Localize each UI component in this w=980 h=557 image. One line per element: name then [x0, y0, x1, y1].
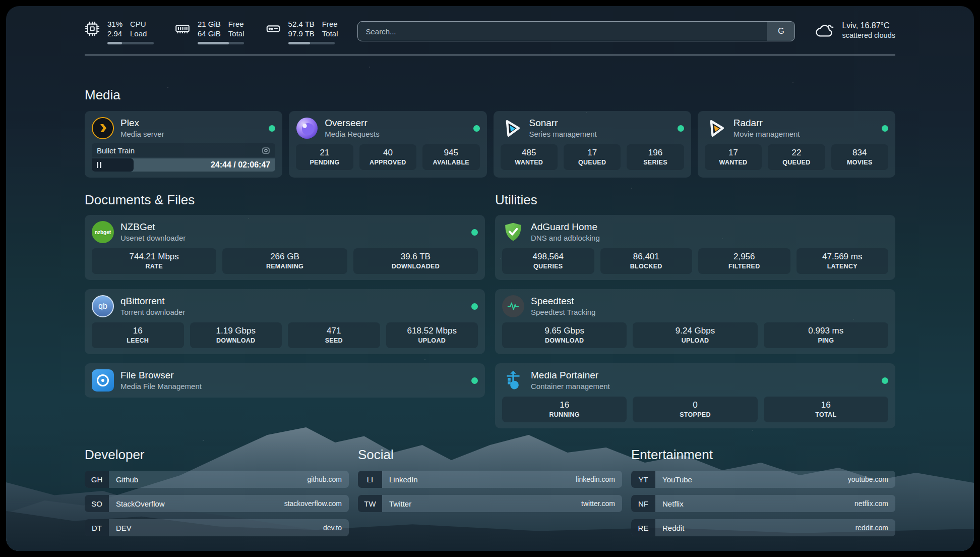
service-card-filebrowser[interactable]: File Browser Media File Management — [85, 363, 485, 398]
service-card-adguard[interactable]: AdGuard Home DNS and adblocking 498,564Q… — [495, 215, 895, 280]
stat-box: 39.6 TBDOWNLOADED — [353, 248, 478, 274]
service-card-speedtest[interactable]: Speedtest Speedtest Tracking 9.65 GbpsDO… — [495, 289, 895, 354]
bookmark-youtube[interactable]: YTYouTubeyoutube.com — [631, 471, 895, 488]
bookmark-domain: github.com — [308, 471, 349, 488]
service-card-radarr[interactable]: Radarr Movie management 17WANTED22QUEUED… — [698, 111, 895, 178]
stat-box: 2,956FILTERED — [698, 248, 790, 274]
bookmark-linkedin[interactable]: LILinkedInlinkedin.com — [358, 471, 622, 488]
stat-label: TOTAL — [766, 411, 886, 419]
status-dot — [471, 377, 478, 384]
stat-label: AVAILABLE — [424, 158, 477, 166]
bookmark-domain: reddit.com — [855, 519, 895, 536]
memory-total-value: 64 GiB — [198, 29, 221, 38]
service-card-sonarr[interactable]: Sonarr Series management 485WANTED17QUEU… — [494, 111, 691, 178]
service-card-overseerr[interactable]: Overseerr Media Requests 21PENDING40APPR… — [289, 111, 486, 178]
bookmark-reddit[interactable]: RERedditreddit.com — [631, 519, 895, 536]
disk-progress-fill — [288, 42, 310, 44]
bookmark-name: YouTube — [655, 471, 692, 488]
service-name: Media Portainer — [531, 369, 610, 381]
sonarr-icon — [501, 117, 523, 139]
memory-total-label: Total — [228, 29, 244, 38]
section-heading-developer: Developer — [85, 447, 349, 463]
memory-free-value: 21 GiB — [198, 19, 221, 29]
cpu-load-value: 2.94 — [107, 29, 122, 38]
bookmark-domain: stackoverflow.com — [284, 495, 349, 512]
service-name: AdGuard Home — [531, 221, 600, 233]
stat-label: WANTED — [707, 158, 760, 166]
bookmark-name: Netflix — [655, 495, 684, 512]
service-desc: Usenet downloader — [120, 233, 186, 243]
stat-label: SERIES — [629, 158, 682, 166]
service-card-plex[interactable]: Plex Media server Bullet Train — [85, 111, 282, 178]
stat-value: 47.569 ms — [799, 251, 887, 262]
stat-box: 17QUEUED — [564, 144, 621, 170]
bookmark-dev[interactable]: DTDEVdev.to — [85, 519, 349, 536]
service-name: Sonarr — [529, 117, 597, 129]
bookmark-name: StackOverflow — [109, 495, 165, 512]
disk-progress-track — [288, 42, 335, 44]
service-card-portainer[interactable]: Media Portainer Container management 16R… — [495, 363, 895, 428]
stat-value: 9.65 Gbps — [504, 325, 625, 336]
disk-free-value: 52.4 TB — [288, 19, 315, 29]
service-desc: Movie management — [733, 129, 800, 139]
stat-label: APPROVED — [361, 158, 414, 166]
stat-value: 17 — [707, 147, 760, 158]
bookmark-abbr: RE — [631, 519, 655, 536]
stat-label: WANTED — [503, 158, 556, 166]
service-name: File Browser — [120, 369, 202, 381]
developer-links-column: Developer GHGithubgithub.comSOStackOverf… — [85, 447, 349, 543]
adguard-icon — [502, 221, 524, 243]
stat-value: 2,956 — [700, 251, 788, 262]
section-heading-social: Social — [358, 447, 622, 463]
stat-value: 471 — [290, 325, 378, 336]
search-provider-button[interactable]: G — [767, 22, 794, 41]
camera-icon — [262, 146, 270, 155]
stat-label: UPLOAD — [635, 337, 755, 345]
stat-box: 1.19 GbpsDOWNLOAD — [190, 322, 282, 348]
developer-links-list: GHGithubgithub.comSOStackOverflowstackov… — [85, 471, 349, 536]
filebrowser-icon — [92, 369, 114, 392]
stats-row: 16RUNNING0STOPPED16TOTAL — [502, 397, 888, 422]
bookmark-netflix[interactable]: NFNetflixnetflix.com — [631, 495, 895, 512]
bookmark-stackoverflow[interactable]: SOStackOverflowstackoverflow.com — [85, 495, 349, 512]
bookmark-domain: twitter.com — [581, 495, 622, 512]
utilities-column: AdGuard Home DNS and adblocking 498,564Q… — [495, 215, 895, 428]
bookmark-twitter[interactable]: TWTwittertwitter.com — [358, 495, 622, 512]
stat-box: 471SEED — [288, 322, 380, 348]
stat-label: BLOCKED — [602, 262, 691, 270]
memory-widget: 21 GiB 64 GiB Free Total — [175, 19, 244, 44]
stat-box: 16TOTAL — [764, 397, 888, 422]
bookmark-abbr: SO — [85, 495, 109, 512]
bookmark-name: Reddit — [655, 519, 684, 536]
bookmark-github[interactable]: GHGithubgithub.com — [85, 471, 349, 488]
bookmark-domain: dev.to — [323, 519, 349, 536]
service-name: Overseerr — [325, 117, 379, 129]
stat-value: 40 — [361, 147, 414, 158]
stat-value: 618.52 Mbps — [388, 325, 476, 336]
stat-label: UPLOAD — [388, 337, 476, 345]
stat-label: PENDING — [298, 158, 351, 166]
stat-value: 16 — [94, 325, 182, 336]
stat-value: 744.21 Mbps — [94, 251, 214, 262]
stat-box: 744.21 MbpsRATE — [92, 248, 216, 274]
stat-value: 9.24 Gbps — [635, 325, 755, 336]
stat-box: 196SERIES — [627, 144, 684, 170]
bookmark-domain: youtube.com — [848, 471, 895, 488]
search-bar[interactable]: G — [357, 21, 795, 41]
search-input[interactable] — [358, 22, 767, 41]
service-desc: Media server — [120, 129, 164, 139]
status-dot — [471, 229, 478, 236]
service-desc: Torrent downloader — [120, 307, 185, 317]
stat-box: 9.24 GbpsUPLOAD — [633, 322, 757, 348]
media-cards-row: Plex Media server Bullet Train — [85, 111, 895, 178]
memory-progress-track — [198, 42, 244, 44]
memory-progress-fill — [198, 42, 229, 44]
bookmark-name: DEV — [109, 519, 132, 536]
service-name: Radarr — [733, 117, 800, 129]
service-desc: Media Requests — [325, 129, 379, 139]
now-playing-title: Bullet Train — [97, 146, 135, 155]
service-card-nzbget[interactable]: nzbget NZBGet Usenet downloader 744.21 M… — [85, 215, 485, 280]
status-dot — [678, 125, 684, 132]
service-card-qbittorrent[interactable]: qb qBittorrent Torrent downloader 16LEEC… — [85, 289, 485, 354]
weather-condition: scattered clouds — [842, 31, 895, 40]
